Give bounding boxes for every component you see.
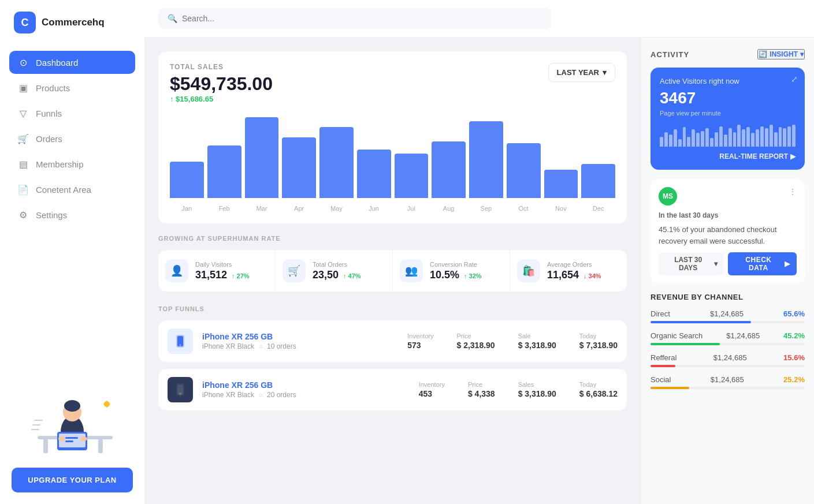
stat-item-2: 👥 Conversion Rate 10.5% ↑ 32% <box>393 250 510 292</box>
sidebar-label-dashboard: Dashboard <box>36 58 78 68</box>
check-data-button[interactable]: CHECK DATA ▶ <box>728 252 797 275</box>
sales-amount: $549,735.00 <box>170 73 273 95</box>
funnel-image-0 <box>168 328 193 354</box>
sidebar: C Commercehq ⊙ Dashboard ▣ Products ▽ Fu… <box>0 0 144 504</box>
sidebar-label-membership: Membership <box>36 159 84 169</box>
funnel-name-1: iPhone XR 256 GB <box>202 380 410 390</box>
top-header: 🔍 <box>144 0 814 38</box>
funnels-title: TOP FUNNLS <box>158 305 627 312</box>
stat-change-3: ↓ 34% <box>583 272 601 279</box>
search-icon: 🔍 <box>168 14 177 23</box>
stat-icon-2: 👥 <box>400 259 423 282</box>
insight-button[interactable]: 🔄 INSIGHT ▾ <box>757 49 805 59</box>
revenue-bar-bg-0 <box>651 321 805 323</box>
stat-value-1: 23,50 <box>313 269 339 281</box>
realtime-report-button[interactable]: REAL-TIME REPORT ▶ <box>660 152 796 160</box>
main-area: 🔍 TOTAL SALES $549,735.00 ↑ $15,686.65 L… <box>144 0 814 504</box>
revenue-amount-1: $1,24,685 <box>726 331 760 340</box>
revenue-bar-bg-2 <box>651 365 805 367</box>
last-30-days-button[interactable]: LAST 30 DAYS ▾ <box>659 252 723 275</box>
chevron-down-icon: ▾ <box>800 50 804 58</box>
sales-bar-chart <box>170 108 615 200</box>
total-sales-label: TOTAL SALES <box>170 63 273 71</box>
refresh-icon: 🔄 <box>759 50 767 58</box>
funnel-cols-0: Inventory 573 Price $ 2,318.90 Sale $ 3,… <box>407 333 618 350</box>
svg-rect-11 <box>65 440 73 442</box>
funnel-sub-0: iPhone XR Black ○ 10 orders <box>202 342 398 350</box>
stat-value-0: 31,512 <box>195 269 227 281</box>
dashboard-icon: ⊙ <box>17 57 29 68</box>
sidebar-item-funnls[interactable]: ▽ Funnls <box>9 102 135 125</box>
stat-icon-1: 🛒 <box>283 259 306 282</box>
sidebar-nav: ⊙ Dashboard ▣ Products ▽ Funnls 🛒 Orders… <box>0 45 144 369</box>
revenue-bar-1 <box>651 343 720 345</box>
sidebar-label-products: Products <box>36 83 70 93</box>
activity-days-label: In the last 30 days <box>659 211 797 219</box>
svg-rect-2 <box>98 439 103 453</box>
revenue-bar-bg-1 <box>651 343 805 345</box>
revenue-channel-0: Direct <box>651 309 670 318</box>
revenue-item-0: Direct $1,24,685 65.6% <box>651 309 805 323</box>
revenue-amount-3: $1,24,685 <box>711 375 744 384</box>
revenue-bar-bg-3 <box>651 387 805 389</box>
chart-month-labels: JanFebMarAprMayJunJulAugSepOctNovDec <box>170 205 615 212</box>
svg-rect-10 <box>65 437 78 439</box>
orders-icon: 🛒 <box>17 133 29 144</box>
stat-label-3: Average Orders <box>547 261 601 268</box>
revenue-channel-1: Organic Search <box>651 331 703 340</box>
activity-header: ACTIVITY 🔄 INSIGHT ▾ <box>651 49 805 59</box>
revenue-bar-0 <box>651 321 751 323</box>
revenue-channel-3: Social <box>651 375 671 384</box>
search-box[interactable]: 🔍 <box>158 8 551 29</box>
more-options-icon[interactable]: ⋮ <box>789 187 797 196</box>
revenue-pct-0: 65.6% <box>783 309 805 318</box>
revenue-bar-2 <box>651 365 675 367</box>
arrow-right-icon: ▶ <box>790 152 796 160</box>
stats-row: 👤 Daily Visitors 31,512 ↑ 27% 🛒 Total Or… <box>158 250 627 292</box>
funnel-item-0: iPhone XR 256 GB iPhone XR Black ○ 10 or… <box>158 320 627 362</box>
sidebar-item-orders[interactable]: 🛒 Orders <box>9 127 135 150</box>
svg-point-5 <box>64 400 80 412</box>
chevron-down-icon: ▾ <box>603 68 607 77</box>
funnel-info-1: iPhone XR 256 GB iPhone XR Black ○ 20 or… <box>202 380 410 399</box>
products-icon: ▣ <box>17 82 29 94</box>
sidebar-item-dashboard[interactable]: ⊙ Dashboard <box>9 51 135 74</box>
content-wrapper: TOTAL SALES $549,735.00 ↑ $15,686.65 LAS… <box>144 38 814 504</box>
logo[interactable]: C Commercehq <box>0 0 144 45</box>
revenue-section: REVENUE BY CHANNEL Direct $1,24,685 65.6… <box>651 293 805 389</box>
sidebar-item-content-area[interactable]: 📄 Conetent Area <box>9 178 135 201</box>
sidebar-label-settings: Settings <box>36 210 67 220</box>
upgrade-plan-button[interactable]: UPGRADE YOUR PLAN <box>12 468 133 492</box>
period-button[interactable]: LAST YEAR ▾ <box>548 63 615 82</box>
membership-icon: ▤ <box>17 158 29 170</box>
stat-icon-0: 👤 <box>165 259 188 282</box>
revenue-amount-0: $1,24,685 <box>710 309 744 318</box>
stat-label-1: Total Orders <box>313 261 361 268</box>
revenue-pct-1: 45.2% <box>783 331 805 340</box>
sidebar-item-products[interactable]: ▣ Products <box>9 76 135 99</box>
activity-card-header: MS ⋮ <box>659 187 797 206</box>
logo-icon: C <box>14 12 36 33</box>
mini-chart <box>660 124 796 147</box>
search-input[interactable] <box>182 14 542 23</box>
revenue-amount-2: $1,24,685 <box>713 353 747 362</box>
sidebar-label-funnls: Funnls <box>36 109 62 118</box>
funnel-item-1: iPhone XR 256 GB iPhone XR Black ○ 20 or… <box>158 369 627 410</box>
brand-name: Commercehq <box>42 17 105 28</box>
sidebar-item-membership[interactable]: ▤ Membership <box>9 152 135 176</box>
svg-point-8 <box>58 436 65 441</box>
stat-icon-3: 🛍️ <box>517 259 540 282</box>
funnel-name-0: iPhone XR 256 GB <box>202 332 398 341</box>
revenue-pct-3: 25.2% <box>783 375 805 384</box>
sales-info: TOTAL SALES $549,735.00 ↑ $15,686.65 <box>170 63 273 103</box>
stat-label-2: Conversion Rate <box>430 261 482 268</box>
stat-item-1: 🛒 Total Orders 23,50 ↑ 47% <box>276 250 393 292</box>
sidebar-item-settings[interactable]: ⚙ Settings <box>9 203 135 226</box>
sidebar-illustration <box>0 369 144 468</box>
visitors-card: ⤢ Active Visitors right now 3467 Page vi… <box>651 68 805 170</box>
activity-text: 45.1% of your abandoned checkout recover… <box>659 224 797 247</box>
revenue-channel-2: Refferal <box>651 353 677 362</box>
stat-value-2: 10.5% <box>430 269 459 281</box>
stat-change-1: ↑ 47% <box>343 272 361 279</box>
right-panel: ACTIVITY 🔄 INSIGHT ▾ ⤢ Active Visitors r… <box>641 38 814 504</box>
